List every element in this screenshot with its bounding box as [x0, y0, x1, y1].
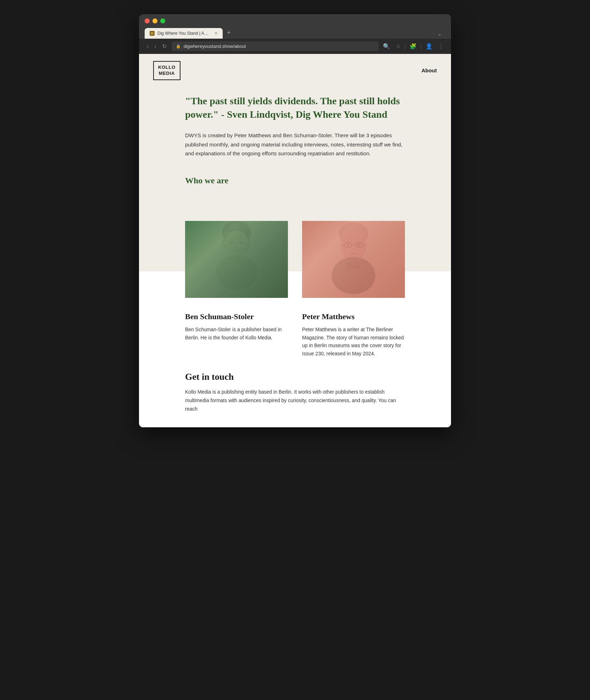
svg-rect-18 — [350, 259, 357, 265]
svg-rect-11 — [345, 243, 352, 248]
extensions-icon[interactable]: 🧩 — [408, 41, 418, 51]
ben-photo-container — [185, 221, 288, 298]
browser-chrome: D Dig Where You Stand | About ✕ + ⌄ — [139, 14, 451, 39]
bookmark-icon[interactable]: ☆ — [394, 41, 402, 51]
who-we-are-title: Who we are — [185, 176, 405, 185]
ben-bio: Ben Schuman-Stoler is a publisher based … — [185, 326, 288, 341]
tab-bar: D Dig Where You Stand | About ✕ + ⌄ — [145, 27, 445, 39]
svg-point-6 — [239, 241, 243, 244]
white-section: Ben Schuman-Stoler Ben Schuman-Stoler is… — [139, 305, 451, 427]
ben-name: Ben Schuman-Stoler — [185, 312, 288, 321]
ben-photo — [185, 221, 288, 298]
profiles-images-section — [139, 221, 451, 305]
profiles-text-grid: Ben Schuman-Stoler Ben Schuman-Stoler is… — [171, 305, 419, 357]
get-in-touch-text: Kollo Media is a publishing entity based… — [185, 388, 405, 413]
peter-profile-text: Peter Matthews Peter Matthews is a write… — [302, 312, 405, 357]
tab-title: Dig Where You Stand | About — [157, 31, 210, 36]
svg-point-2 — [222, 227, 233, 239]
get-in-touch-title: Get in touch — [185, 372, 405, 382]
svg-point-3 — [240, 227, 251, 239]
svg-point-4 — [224, 230, 249, 257]
address-bar: ‹ › ↻ 🔒 digwhereyoustand.show/about 🔍 ☆ … — [139, 39, 451, 54]
hero-description: DWYS is created by Peter Matthews and Be… — [185, 131, 405, 158]
reload-button[interactable]: ↻ — [160, 41, 169, 51]
menu-icon[interactable]: ⋮ — [437, 41, 445, 51]
toolbar-icons: 🔍 ☆ 🧩 👤 ⋮ — [382, 41, 445, 51]
get-in-touch-inner: Get in touch Kollo Media is a publishing… — [171, 372, 419, 413]
url-text: digwhereyoustand.show/about — [184, 44, 246, 49]
address-input[interactable]: 🔒 digwhereyoustand.show/about — [172, 41, 379, 51]
site-header: KOLLO MEDIA About — [139, 54, 451, 87]
forward-button[interactable]: › — [152, 41, 158, 51]
peter-bio: Peter Matthews is a writer at The Berlin… — [302, 326, 405, 357]
peter-photo-container — [302, 221, 405, 298]
hero-quote: "The past still yields dividends. The pa… — [185, 94, 405, 121]
svg-point-5 — [230, 241, 234, 244]
browser-window: D Dig Where You Stand | About ✕ + ⌄ ‹ › … — [139, 14, 451, 427]
svg-point-0 — [223, 226, 250, 257]
nav-buttons: ‹ › ↻ — [145, 41, 169, 51]
profiles-images-grid — [171, 221, 419, 305]
peter-silhouette — [302, 221, 405, 298]
main-content: "The past still yields dividends. The pa… — [171, 87, 419, 221]
site-logo[interactable]: KOLLO MEDIA — [153, 61, 180, 80]
security-icon: 🔒 — [176, 44, 181, 49]
traffic-lights — [145, 18, 445, 23]
svg-point-17 — [358, 244, 360, 246]
new-tab-button[interactable]: + — [223, 27, 234, 39]
svg-point-16 — [347, 244, 349, 246]
tab-dropdown-icon[interactable]: ⌄ — [434, 29, 445, 39]
get-in-touch-section: Get in touch Kollo Media is a publishing… — [139, 357, 451, 427]
peter-name: Peter Matthews — [302, 312, 405, 321]
search-icon[interactable]: 🔍 — [382, 41, 391, 51]
peter-photo — [302, 221, 405, 298]
minimize-button[interactable] — [152, 18, 157, 23]
svg-rect-7 — [233, 256, 240, 262]
svg-point-9 — [339, 222, 368, 245]
toolbar-divider — [405, 43, 405, 50]
toolbar-divider-2 — [421, 43, 421, 50]
profile-icon[interactable]: 👤 — [424, 41, 434, 51]
active-tab[interactable]: D Dig Where You Stand | About ✕ — [145, 28, 223, 39]
page-content: KOLLO MEDIA About "The past still yields… — [139, 54, 451, 427]
tab-favicon: D — [150, 31, 155, 36]
svg-point-1 — [222, 221, 251, 240]
close-button[interactable] — [145, 18, 150, 23]
ben-silhouette — [185, 221, 288, 298]
svg-rect-12 — [355, 243, 362, 248]
svg-point-19 — [332, 257, 375, 294]
svg-point-8 — [216, 255, 257, 290]
back-button[interactable]: ‹ — [145, 41, 151, 51]
tab-close-icon[interactable]: ✕ — [214, 31, 218, 36]
maximize-button[interactable] — [160, 18, 165, 23]
ben-profile-text: Ben Schuman-Stoler Ben Schuman-Stoler is… — [185, 312, 288, 357]
svg-point-10 — [341, 231, 367, 261]
nav-about-link[interactable]: About — [422, 67, 437, 73]
